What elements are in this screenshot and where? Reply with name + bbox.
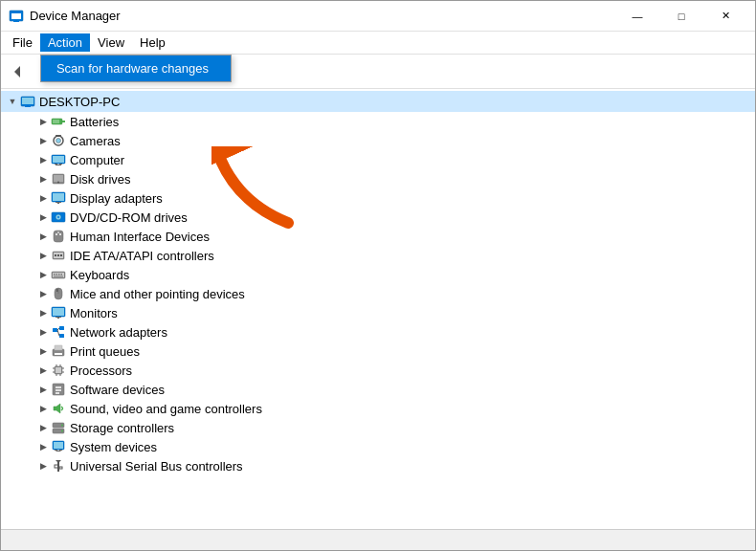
tree-item-processors[interactable]: ▶ Processors	[1, 361, 755, 380]
maximize-button[interactable]: □	[659, 1, 703, 32]
display-label: Display adapters	[70, 191, 163, 206]
svg-rect-40	[54, 175, 63, 182]
print-label: Print queues	[70, 344, 140, 359]
menu-help[interactable]: Help	[132, 33, 173, 52]
tree-item-storage[interactable]: ▶ Storage controllers	[1, 418, 755, 437]
svg-rect-25	[24, 105, 27, 106]
scan-hardware-menu-item[interactable]: Scan for hardware changes	[41, 55, 231, 81]
computer-toggle[interactable]: ▶	[35, 152, 51, 167]
svg-rect-56	[57, 254, 59, 256]
svg-rect-37	[59, 164, 62, 165]
system-label: System devices	[70, 440, 157, 454]
svg-rect-67	[56, 289, 58, 292]
hid-toggle[interactable]: ▶	[35, 229, 51, 244]
dvd-toggle[interactable]: ▶	[35, 209, 51, 225]
svg-rect-78	[55, 345, 62, 350]
menu-view[interactable]: View	[90, 33, 132, 52]
svg-rect-43	[53, 193, 64, 201]
hid-label: Human Interface Devices	[70, 230, 210, 244]
svg-rect-61	[56, 274, 58, 276]
printer-icon	[51, 343, 66, 359]
tree-item-computer[interactable]: ▶ Computer	[1, 150, 755, 169]
tree-item-display[interactable]: ▶ Display adapters	[1, 188, 755, 208]
tree-item-sound[interactable]: ▶ Sound, video and game controllers	[1, 399, 755, 418]
svg-rect-24	[22, 98, 33, 104]
sound-toggle[interactable]: ▶	[35, 401, 51, 416]
sound-label: Sound, video and game controllers	[70, 402, 262, 416]
dvd-label: DVD/CD-ROM drives	[70, 210, 188, 225]
svg-rect-101	[55, 450, 57, 451]
cameras-toggle[interactable]: ▶	[35, 133, 51, 148]
tree-item-usb[interactable]: ▶ Universal Serial Bus controllers	[1, 456, 755, 475]
network-icon	[51, 324, 66, 340]
tree-item-ide[interactable]: ▶ IDE ATA/ATAPI controllers	[1, 246, 755, 265]
tree-item-dvd[interactable]: ▶ DVD/CD-ROM drives	[1, 208, 755, 227]
software-label: Software devices	[70, 383, 165, 397]
title-bar: Device Manager — □ ✕	[1, 1, 755, 32]
mouse-icon	[51, 286, 66, 301]
keyboards-toggle[interactable]: ▶	[35, 267, 51, 282]
processors-toggle[interactable]: ▶	[35, 363, 51, 378]
tree-item-software[interactable]: ▶ Software devices	[1, 380, 755, 399]
network-toggle[interactable]: ▶	[35, 324, 51, 340]
tree-item-system[interactable]: ▶ System devices	[1, 437, 755, 456]
svg-rect-3	[17, 20, 21, 21]
svg-rect-69	[53, 308, 64, 316]
tree-item-network[interactable]: ▶ Network adapters	[1, 322, 755, 342]
tree-item-cameras[interactable]: ▶ Cameras	[1, 131, 755, 150]
sound-icon	[51, 401, 66, 416]
svg-rect-102	[59, 450, 62, 451]
svg-rect-64	[54, 276, 63, 277]
disk-toggle[interactable]: ▶	[35, 171, 51, 187]
batteries-toggle[interactable]: ▶	[35, 114, 51, 129]
storage-toggle[interactable]: ▶	[35, 420, 51, 435]
root-toggle[interactable]: ▼	[5, 94, 20, 109]
action-dropdown: Scan for hardware changes	[40, 55, 232, 82]
keyboards-label: Keyboards	[70, 268, 129, 282]
ide-toggle[interactable]: ▶	[35, 248, 51, 263]
svg-rect-33	[56, 135, 61, 137]
menu-action[interactable]: Action Scan for hardware changes	[40, 33, 90, 52]
svg-point-48	[57, 216, 59, 218]
tree-item-monitors[interactable]: ▶ Monitors	[1, 303, 755, 322]
batteries-label: Batteries	[70, 115, 119, 129]
svg-rect-70	[56, 317, 61, 318]
back-button[interactable]	[5, 58, 32, 85]
root-icon	[20, 94, 35, 109]
svg-rect-2	[11, 20, 15, 21]
svg-rect-35	[53, 156, 64, 163]
svg-rect-60	[54, 274, 56, 276]
software-toggle[interactable]: ▶	[35, 382, 51, 397]
display-toggle[interactable]: ▶	[35, 190, 51, 206]
system-toggle[interactable]: ▶	[35, 439, 51, 454]
svg-rect-27	[25, 106, 31, 107]
svg-rect-45	[57, 203, 59, 204]
tree-item-keyboards[interactable]: ▶ Keyboards	[1, 265, 755, 284]
cpu-icon	[51, 363, 66, 378]
display-icon	[51, 190, 66, 206]
tree-item-print[interactable]: ▶ Print queues	[1, 342, 755, 361]
tree-view[interactable]: ▼ DESKTOP-PC ▶	[1, 89, 755, 529]
window-title: Device Manager	[30, 9, 615, 23]
tree-item-disk[interactable]: ▶ Disk drives	[1, 169, 755, 188]
svg-rect-57	[60, 254, 62, 256]
tree-item-mice[interactable]: ▶ Mice and other pointing devices	[1, 284, 755, 303]
svg-rect-38	[56, 165, 61, 165]
tree-root[interactable]: ▼ DESKTOP-PC	[1, 91, 755, 112]
close-button[interactable]: ✕	[703, 1, 747, 32]
usb-toggle[interactable]: ▶	[35, 458, 51, 474]
back-icon	[11, 64, 26, 79]
minimize-button[interactable]: —	[615, 1, 659, 32]
monitors-toggle[interactable]: ▶	[35, 305, 51, 320]
svg-rect-44	[56, 202, 61, 203]
menu-file[interactable]: File	[5, 33, 40, 52]
svg-rect-72	[53, 328, 57, 332]
tree-item-batteries[interactable]: ▶ Batteries	[1, 112, 755, 131]
svg-rect-36	[55, 164, 57, 165]
mice-toggle[interactable]: ▶	[35, 286, 51, 301]
print-toggle[interactable]: ▶	[35, 343, 51, 359]
svg-rect-29	[62, 121, 65, 122]
dvd-icon	[51, 209, 66, 225]
svg-point-98	[61, 430, 63, 432]
tree-item-hid[interactable]: ▶ Human Interface Devices	[1, 227, 755, 246]
